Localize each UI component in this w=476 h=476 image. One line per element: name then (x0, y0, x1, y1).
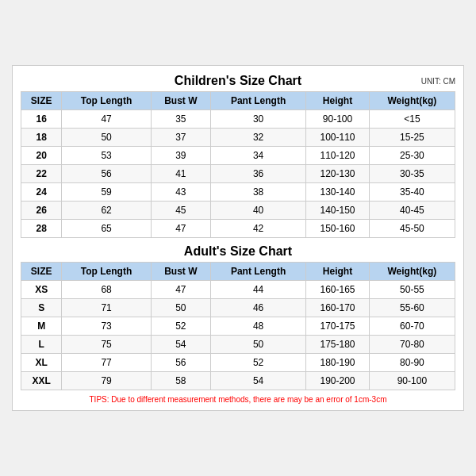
children-title: Children's Size Chart (175, 74, 301, 88)
children-col-bustw: Bust W (151, 92, 210, 110)
table-cell: 39 (151, 147, 210, 165)
table-cell: 59 (62, 183, 152, 202)
table-cell: 71 (62, 299, 152, 317)
children-col-size: SIZE (21, 92, 62, 110)
table-cell: 48 (210, 317, 305, 336)
table-cell: 36 (210, 165, 305, 183)
table-cell: 40-45 (369, 202, 455, 220)
table-cell: 60-70 (369, 317, 455, 336)
table-cell: 50 (62, 129, 152, 147)
adult-title: Adult's Size Chart (184, 244, 292, 259)
table-cell: 80-90 (369, 354, 455, 372)
table-row: 24594338130-14035-40 (21, 183, 455, 202)
table-cell: 55-60 (369, 299, 455, 317)
table-row: L755450175-18070-80 (21, 336, 455, 354)
table-cell: 110-120 (306, 147, 369, 165)
table-cell: 34 (210, 147, 305, 165)
children-header-row: SIZE Top Length Bust W Pant Length Heigh… (21, 92, 455, 110)
table-cell: 35 (151, 110, 210, 129)
table-cell: 160-165 (306, 281, 369, 299)
table-row: 20533934110-12025-30 (21, 147, 455, 165)
table-cell: M (21, 317, 62, 336)
table-row: M735248170-17560-70 (21, 317, 455, 336)
table-cell: 47 (62, 110, 152, 129)
table-cell: 70-80 (369, 336, 455, 354)
children-title-row: Children's Size Chart UNIT: CM (21, 74, 455, 88)
table-cell: 160-170 (306, 299, 369, 317)
adult-col-toplength: Top Length (62, 263, 152, 281)
table-cell: 28 (21, 220, 62, 238)
children-thead: SIZE Top Length Bust W Pant Length Heigh… (21, 92, 455, 110)
table-cell: 175-180 (306, 336, 369, 354)
table-cell: 47 (151, 281, 210, 299)
table-cell: 20 (21, 147, 62, 165)
table-cell: 54 (151, 336, 210, 354)
table-cell: 77 (62, 354, 152, 372)
children-col-height: Height (306, 92, 369, 110)
table-row: 28654742150-16045-50 (21, 220, 455, 238)
table-cell: 25-30 (369, 147, 455, 165)
table-cell: XL (21, 354, 62, 372)
table-cell: 90-100 (369, 372, 455, 390)
table-cell: 90-100 (306, 110, 369, 129)
table-row: 1647353090-100<15 (21, 110, 455, 129)
table-cell: 54 (210, 372, 305, 390)
table-cell: 35-40 (369, 183, 455, 202)
children-tbody: 1647353090-100<1518503732100-11015-25205… (21, 110, 455, 238)
adult-col-weight: Weight(kg) (369, 263, 455, 281)
adult-table: SIZE Top Length Bust W Pant Length Heigh… (21, 262, 455, 390)
table-cell: 45 (151, 202, 210, 220)
adult-header-row: SIZE Top Length Bust W Pant Length Heigh… (21, 263, 455, 281)
unit-label: UNIT: CM (421, 77, 455, 86)
table-cell: 73 (62, 317, 152, 336)
table-cell: 46 (210, 299, 305, 317)
table-row: 26624540140-15040-45 (21, 202, 455, 220)
table-cell: 22 (21, 165, 62, 183)
children-table: SIZE Top Length Bust W Pant Length Heigh… (21, 91, 455, 238)
table-cell: 140-150 (306, 202, 369, 220)
table-cell: 43 (151, 183, 210, 202)
table-cell: 50 (151, 299, 210, 317)
table-cell: 41 (151, 165, 210, 183)
adult-title-row: Adult's Size Chart (21, 244, 455, 259)
children-col-toplength: Top Length (62, 92, 152, 110)
table-cell: 53 (62, 147, 152, 165)
table-row: XXL795854190-20090-100 (21, 372, 455, 390)
table-cell: XS (21, 281, 62, 299)
table-row: XL775652180-19080-90 (21, 354, 455, 372)
table-cell: XXL (21, 372, 62, 390)
table-row: 18503732100-11015-25 (21, 129, 455, 147)
tips-text: TIPS: Due to different measurement metho… (21, 395, 455, 404)
table-cell: 42 (210, 220, 305, 238)
table-cell: 58 (151, 372, 210, 390)
table-cell: 150-160 (306, 220, 369, 238)
table-row: S715046160-17055-60 (21, 299, 455, 317)
table-cell: 68 (62, 281, 152, 299)
table-cell: 26 (21, 202, 62, 220)
adult-col-bustw: Bust W (151, 263, 210, 281)
table-cell: 100-110 (306, 129, 369, 147)
table-cell: 37 (151, 129, 210, 147)
table-cell: 130-140 (306, 183, 369, 202)
adult-tbody: XS684744160-16550-55S715046160-17055-60M… (21, 281, 455, 390)
table-cell: 56 (62, 165, 152, 183)
table-cell: 170-175 (306, 317, 369, 336)
table-cell: 65 (62, 220, 152, 238)
adult-col-size: SIZE (21, 263, 62, 281)
table-cell: 30 (210, 110, 305, 129)
table-cell: L (21, 336, 62, 354)
table-cell: 18 (21, 129, 62, 147)
adult-col-height: Height (306, 263, 369, 281)
children-col-pantlength: Pant Length (210, 92, 305, 110)
table-cell: 16 (21, 110, 62, 129)
table-cell: S (21, 299, 62, 317)
table-cell: 40 (210, 202, 305, 220)
chart-container: Children's Size Chart UNIT: CM SIZE Top … (12, 65, 464, 411)
table-cell: 15-25 (369, 129, 455, 147)
table-cell: 190-200 (306, 372, 369, 390)
table-row: 22564136120-13030-35 (21, 165, 455, 183)
table-cell: 45-50 (369, 220, 455, 238)
table-cell: 44 (210, 281, 305, 299)
table-cell: 79 (62, 372, 152, 390)
table-cell: 50-55 (369, 281, 455, 299)
